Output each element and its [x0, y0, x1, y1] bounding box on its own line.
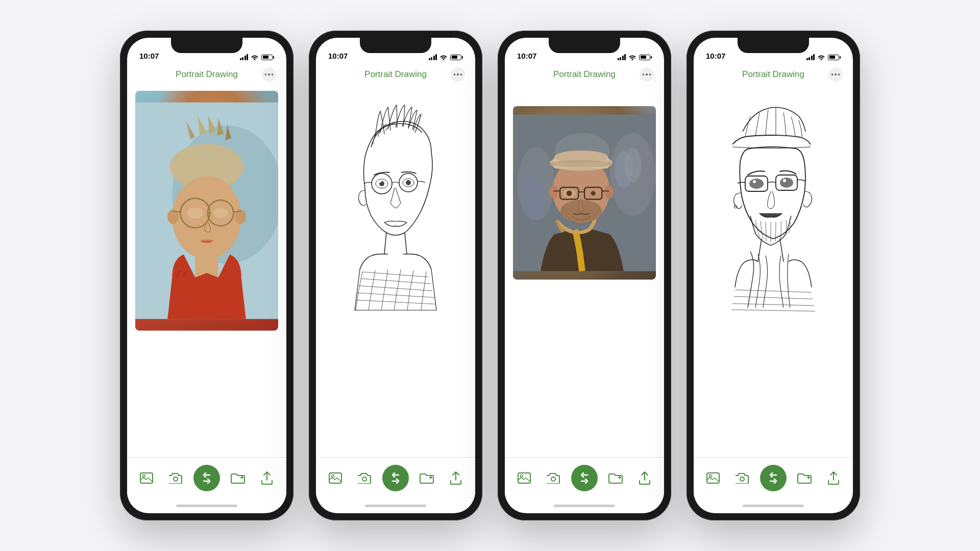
gallery-icon-1	[140, 472, 153, 484]
more-button-4[interactable]	[828, 67, 843, 82]
share-button-4[interactable]	[822, 467, 845, 489]
app-header-2: Portrait Drawing	[316, 63, 475, 86]
convert-button-3[interactable]	[571, 465, 598, 491]
share-icon-3	[639, 471, 650, 485]
svg-rect-29	[329, 473, 341, 483]
three-dots-4	[831, 73, 840, 76]
battery-icon-1	[261, 55, 274, 60]
folder-button-3[interactable]	[604, 467, 627, 489]
svg-point-30	[332, 474, 334, 477]
signal-icon-2	[429, 54, 437, 60]
svg-point-8	[172, 176, 241, 259]
folder-button-1[interactable]	[227, 467, 249, 489]
gallery-button-3[interactable]	[513, 467, 535, 489]
signal-icon-3	[618, 54, 626, 60]
sketch-area-4	[702, 91, 845, 356]
phone-2: 10:07	[309, 31, 482, 520]
svg-point-18	[213, 208, 228, 218]
phone-screen-2: 10:07	[316, 38, 475, 513]
phone-frame-4: 10:07	[687, 31, 860, 520]
man-photo-svg	[513, 106, 656, 280]
signal-icon-4	[806, 54, 815, 60]
convert-button-2[interactable]	[382, 465, 409, 491]
folder-button-4[interactable]	[793, 467, 816, 489]
phone-frame-2: 10:07	[309, 31, 482, 520]
gallery-icon-2	[329, 472, 342, 484]
svg-point-44	[549, 186, 558, 198]
gallery-icon-4	[706, 472, 720, 484]
svg-point-53	[567, 190, 572, 196]
app-title-4: Portrait Drawing	[742, 69, 804, 80]
app-title-2: Portrait Drawing	[364, 69, 427, 80]
share-button-3[interactable]	[633, 467, 656, 489]
share-button-2[interactable]	[445, 467, 467, 489]
camera-button-4[interactable]	[731, 467, 753, 489]
camera-button-3[interactable]	[542, 467, 565, 489]
home-bar-3	[554, 505, 615, 507]
home-indicator-1	[127, 498, 286, 513]
three-dots-3	[643, 73, 651, 76]
svg-point-17	[187, 208, 204, 219]
gallery-button-2[interactable]	[324, 467, 347, 489]
phone-screen-3: 10:07	[505, 38, 664, 513]
convert-button-1[interactable]	[193, 465, 220, 491]
wifi-icon-2	[439, 54, 448, 60]
man-photo-container	[513, 91, 656, 280]
gallery-button-4[interactable]	[702, 467, 724, 489]
gallery-button-1[interactable]	[135, 467, 158, 489]
home-indicator-3	[505, 498, 664, 513]
app-header-3: Portrait Drawing	[505, 63, 664, 86]
convert-button-4[interactable]	[760, 465, 787, 491]
app-toolbar-3	[505, 457, 664, 498]
man-sketch-svg	[704, 93, 842, 354]
app-title-1: Portrait Drawing	[176, 69, 238, 80]
status-time-3: 10:07	[517, 52, 536, 60]
status-icons-1	[240, 54, 275, 60]
svg-rect-19	[140, 473, 153, 483]
camera-button-2[interactable]	[353, 467, 376, 489]
share-button-1[interactable]	[256, 467, 278, 489]
phone-frame-3: 10:07	[498, 31, 671, 520]
app-header-1: Portrait Drawing	[127, 63, 286, 86]
camera-icon-1	[169, 472, 182, 484]
camera-button-1[interactable]	[164, 467, 187, 489]
more-button-2[interactable]	[451, 67, 465, 82]
sketch-area-2	[324, 91, 467, 356]
status-time-1: 10:07	[139, 52, 159, 60]
phone-screen-1: 10:07	[127, 38, 286, 513]
battery-icon-3	[639, 55, 652, 60]
app-content-1	[127, 86, 286, 457]
svg-point-20	[143, 474, 145, 477]
svg-point-55	[591, 191, 596, 195]
app-toolbar-2	[316, 457, 475, 498]
svg-point-57	[521, 474, 523, 477]
convert-icon-3	[577, 471, 592, 485]
svg-point-58	[551, 477, 555, 481]
man-photo	[513, 106, 656, 280]
woman-photo-svg	[135, 91, 278, 331]
svg-point-31	[362, 477, 366, 481]
app-header-4: Portrait Drawing	[694, 63, 853, 86]
svg-point-38	[524, 174, 544, 220]
woman-sketch-svg	[329, 96, 462, 351]
svg-point-37	[625, 147, 642, 183]
svg-point-64	[780, 178, 793, 188]
more-button-1[interactable]	[262, 67, 276, 82]
camera-icon-2	[358, 472, 371, 484]
share-icon-1	[261, 471, 273, 485]
phone-3: 10:07	[498, 31, 671, 520]
convert-icon-4	[766, 471, 780, 485]
more-button-3[interactable]	[640, 67, 654, 82]
svg-point-62	[753, 180, 756, 183]
app-content-4	[694, 86, 853, 457]
camera-icon-4	[736, 472, 749, 484]
phone-1: 10:07	[120, 31, 293, 520]
folder-icon-1	[231, 472, 245, 484]
status-icons-4	[806, 54, 841, 60]
svg-point-68	[740, 477, 744, 481]
folder-button-2[interactable]	[415, 467, 438, 489]
camera-icon-3	[547, 472, 560, 484]
share-icon-2	[450, 471, 461, 485]
app-content-3	[505, 86, 664, 457]
svg-point-61	[749, 179, 764, 189]
